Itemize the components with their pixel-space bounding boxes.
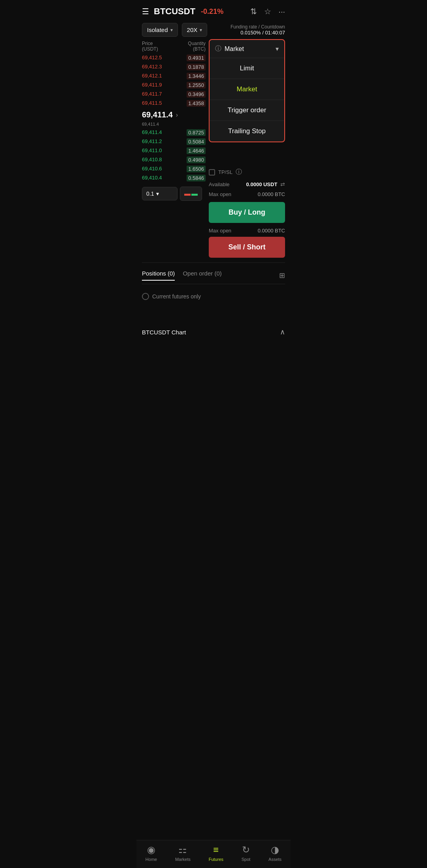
- sell-qty: 1.2550: [187, 82, 206, 89]
- chevron-up-icon[interactable]: ∧: [280, 328, 285, 336]
- table-row[interactable]: 69,411.2 0.5084: [142, 137, 206, 146]
- margin-mode-dropdown[interactable]: Isolated ▾: [142, 23, 178, 37]
- info-icon: ⓘ: [215, 45, 221, 53]
- leverage-dropdown[interactable]: 20X ▾: [182, 23, 208, 37]
- chart-section: BTCUSDT Chart ∧: [136, 321, 291, 343]
- star-icon[interactable]: ☆: [264, 7, 271, 16]
- chevron-down-icon: ▾: [200, 27, 202, 33]
- table-row[interactable]: 69,410.8 0.4980: [142, 155, 206, 164]
- sell-short-button[interactable]: Sell / Short: [209, 237, 285, 258]
- flag-green-icon: ▬: [191, 190, 198, 197]
- buy-qty: 0.8725: [187, 129, 206, 136]
- app-header: ☰ BTCUSDT -0.21% ⇅ ☆ ···: [136, 0, 291, 21]
- chevron-down-icon: ▾: [156, 191, 159, 197]
- ob-buy-rows: 69,411.4 0.8725 69,411.2 0.5084 69,411.0…: [142, 128, 206, 183]
- ob-mid-sub: 69,411.4: [142, 122, 206, 128]
- buy-price: 69,411.4: [142, 129, 162, 136]
- bottom-nav: ◉ Home ⚏ Markets ≡ Futures ↻ Spot ◑ Asse…: [136, 840, 291, 868]
- order-type-limit[interactable]: Limit: [210, 58, 284, 79]
- table-row[interactable]: 69,412.5 0.4931: [142, 53, 206, 62]
- futures-icon: ≡: [213, 844, 219, 855]
- futures-only-row[interactable]: Current futures only: [136, 287, 291, 306]
- table-row[interactable]: 69,411.0 1.4646: [142, 146, 206, 155]
- nav-assets-label: Assets: [268, 857, 282, 862]
- buy-price: 69,410.4: [142, 175, 162, 181]
- funding-label: Funding rate / Countdown: [231, 24, 285, 30]
- table-row[interactable]: 69,411.7 0.3496: [142, 90, 206, 99]
- buy-price: 69,411.0: [142, 147, 162, 154]
- funding-info: Funding rate / Countdown 0.0150% / 01:40…: [231, 24, 285, 36]
- futures-only-radio[interactable]: [142, 293, 149, 300]
- sell-price: 69,411.9: [142, 82, 162, 89]
- menu-icon[interactable]: ☰: [142, 7, 149, 16]
- sell-qty: 1.3446: [187, 73, 206, 79]
- nav-home[interactable]: ◉ Home: [145, 844, 157, 862]
- form-below: TP/SL ⓘ Available 0.0000 USDT ⇄ Max open…: [209, 166, 285, 259]
- price-change: -0.21%: [201, 8, 223, 16]
- price-col-header: Price (USDT): [142, 41, 158, 52]
- leverage-label: 20X: [187, 26, 198, 33]
- buy-long-button[interactable]: Buy / Long: [209, 202, 285, 223]
- divider: [142, 262, 285, 263]
- table-row[interactable]: 69,412.1 1.3446: [142, 72, 206, 81]
- mid-price-value: 69,411.4: [142, 110, 173, 119]
- table-row[interactable]: 69,410.4 0.5846: [142, 174, 206, 183]
- controls-row: Isolated ▾ 20X ▾ Funding rate / Countdow…: [136, 21, 291, 39]
- nav-markets-label: Markets: [175, 857, 191, 862]
- order-type-market[interactable]: Market: [210, 79, 284, 100]
- nav-assets[interactable]: ◑ Assets: [268, 844, 282, 862]
- buy-qty: 0.5084: [187, 138, 206, 145]
- positions-tabs: Positions (0) Open order (0) ⊞: [136, 266, 291, 281]
- max-open-sell-label: Max open: [209, 228, 231, 234]
- assets-icon: ◑: [271, 844, 279, 855]
- order-list-icon[interactable]: ⊞: [279, 271, 285, 280]
- funding-value: 0.0150% / 01:40:07: [231, 30, 285, 36]
- sell-price: 69,412.5: [142, 55, 162, 61]
- sell-price: 69,412.1: [142, 73, 162, 79]
- order-type-trigger[interactable]: Trigger order: [210, 100, 284, 121]
- nav-spot[interactable]: ↻ Spot: [242, 844, 251, 862]
- order-type-trailing-stop[interactable]: Trailing Stop: [210, 121, 284, 142]
- buy-price: 69,410.8: [142, 157, 162, 163]
- available-row: Available 0.0000 USDT ⇄: [209, 179, 285, 190]
- more-icon[interactable]: ···: [278, 7, 285, 16]
- ob-mid-price[interactable]: 69,411.4 ›: [142, 108, 206, 122]
- home-icon: ◉: [147, 844, 155, 855]
- tp-sl-label: TP/SL: [218, 169, 232, 175]
- tab-open-orders[interactable]: Open order (0): [183, 270, 221, 281]
- table-row[interactable]: 69,411.4 0.8725: [142, 128, 206, 137]
- ob-column-headers: Price (USDT) Quantity (BTC): [142, 39, 206, 53]
- qty-dropdown[interactable]: 0.1 ▾: [142, 187, 178, 200]
- margin-mode-label: Isolated: [147, 26, 168, 33]
- table-row[interactable]: 69,411.9 1.2550: [142, 81, 206, 90]
- tp-sl-checkbox[interactable]: [209, 169, 215, 175]
- header-actions: ⇅ ☆ ···: [250, 7, 285, 16]
- main-content: Price (USDT) Quantity (BTC) 69,412.5 0.4…: [136, 39, 291, 259]
- nav-spot-label: Spot: [242, 857, 251, 862]
- buy-qty: 1.6506: [187, 166, 206, 172]
- ob-controls: 0.1 ▾ ▬ ▬: [142, 187, 206, 201]
- tab-positions[interactable]: Positions (0): [142, 270, 175, 281]
- order-type-header[interactable]: ⓘ Market ▾: [210, 40, 284, 58]
- buy-price: 69,411.2: [142, 138, 162, 145]
- flag-button[interactable]: ▬ ▬: [180, 187, 202, 201]
- nav-home-label: Home: [145, 857, 157, 862]
- transfer-icon[interactable]: ⇄: [280, 181, 285, 187]
- buy-qty: 0.5846: [187, 175, 206, 181]
- nav-markets[interactable]: ⚏ Markets: [175, 844, 191, 862]
- nav-futures[interactable]: ≡ Futures: [209, 844, 223, 862]
- divider-2: [142, 284, 285, 284]
- nav-futures-label: Futures: [209, 857, 223, 862]
- available-value: 0.0000 USDT ⇄: [246, 181, 285, 187]
- table-row[interactable]: 69,411.5 1.4358: [142, 99, 206, 108]
- sell-qty: 1.4358: [187, 100, 206, 107]
- compare-icon[interactable]: ⇅: [250, 7, 257, 16]
- markets-icon: ⚏: [178, 844, 187, 855]
- order-type-selected: ⓘ Market: [215, 45, 244, 53]
- table-row[interactable]: 69,412.3 0.1878: [142, 62, 206, 72]
- sell-qty: 0.3496: [187, 91, 206, 98]
- futures-only-label: Current futures only: [152, 293, 201, 300]
- table-row[interactable]: 69,410.6 1.6506: [142, 164, 206, 174]
- buy-price: 69,410.6: [142, 166, 162, 172]
- sell-qty: 0.4931: [187, 55, 206, 61]
